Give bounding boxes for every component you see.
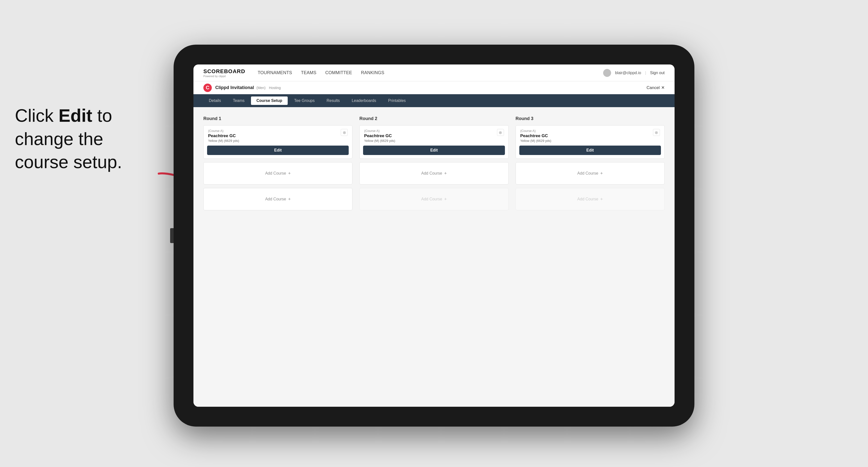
round-1-course-details: Yellow (M) (6629 yds) (208, 139, 239, 143)
logo-main-text: SCOREBOARD (204, 68, 245, 75)
round-1-add-course-label-1: Add Course + (265, 171, 291, 176)
tablet-frame: SCOREBOARD Powered by clippd TOURNAMENTS… (174, 44, 694, 427)
tab-results[interactable]: Results (321, 96, 345, 105)
round-3-course-label: (Course A) (520, 129, 551, 133)
hosting-badge: Hosting (269, 86, 281, 90)
round-1-course-label: (Course A) (208, 129, 239, 133)
tournament-gender: (Men) (256, 86, 266, 90)
add-course-plus-icon-4: + (444, 197, 447, 202)
round-2-add-course-1[interactable]: Add Course + (359, 162, 508, 185)
round-1-course-name: Peachtree GC (208, 133, 239, 138)
round-2-course-label: (Course A) (364, 129, 395, 133)
nav-rankings[interactable]: RANKINGS (361, 70, 384, 75)
sign-out-link[interactable]: Sign out (650, 71, 664, 75)
round-3-add-course-1[interactable]: Add Course + (516, 162, 664, 185)
round-1-add-course-label-2: Add Course + (265, 197, 291, 202)
nav-links: TOURNAMENTS TEAMS COMMITTEE RANKINGS (258, 70, 603, 75)
round-2-course-header: (Course A) Peachtree GC Yellow (M) (6629… (360, 125, 508, 143)
nav-separator: | (645, 71, 646, 75)
delete-icon-3: ⊗ (655, 130, 658, 135)
close-icon: ✕ (661, 85, 664, 90)
tab-course-setup[interactable]: Course Setup (251, 96, 288, 105)
delete-icon-2: ⊗ (499, 130, 502, 135)
nav-committee[interactable]: COMMITTEE (326, 70, 352, 75)
round-1-title: Round 1 (204, 116, 352, 121)
nav-tournaments[interactable]: TOURNAMENTS (258, 70, 292, 75)
round-3-course-card: (Course A) Peachtree GC Yellow (M) (6629… (516, 125, 664, 159)
round-1-delete-button[interactable]: ⊗ (341, 129, 348, 136)
add-course-plus-icon-1: + (288, 171, 291, 176)
nav-teams[interactable]: TEAMS (301, 70, 316, 75)
top-nav: SCOREBOARD Powered by clippd TOURNAMENTS… (193, 64, 675, 81)
add-course-plus-icon-5: + (600, 171, 603, 176)
round-1-course-header: (Course A) Peachtree GC Yellow (M) (6629… (204, 125, 352, 143)
add-course-plus-icon-2: + (288, 197, 291, 202)
round-2-course-name: Peachtree GC (364, 133, 395, 138)
tabs-bar: Details Teams Course Setup Tee Groups Re… (193, 94, 675, 107)
round-3-add-course-2: Add Course + (516, 188, 664, 210)
round-2-delete-button[interactable]: ⊗ (497, 129, 504, 136)
tab-details[interactable]: Details (204, 96, 226, 105)
round-1-column: Round 1 (Course A) Peachtree GC Yellow (… (204, 116, 352, 214)
sub-nav-logo: C (204, 84, 212, 92)
sub-nav: C Clippd Invitational (Men) Hosting Canc… (193, 81, 675, 94)
tablet-screen: SCOREBOARD Powered by clippd TOURNAMENTS… (193, 64, 675, 407)
cancel-button[interactable]: Cancel ✕ (647, 85, 664, 90)
round-1-add-course-2[interactable]: Add Course + (204, 188, 352, 210)
round-2-edit-button[interactable]: Edit (363, 146, 505, 155)
user-email: blair@clippd.io (615, 71, 641, 75)
tab-leaderboards[interactable]: Leaderboards (346, 96, 382, 105)
instruction-text: Click Edit tochange thecourse setup. (15, 104, 122, 174)
round-1-edit-button[interactable]: Edit (207, 146, 349, 155)
round-1-add-course-1[interactable]: Add Course + (204, 162, 352, 185)
scoreboard-logo: SCOREBOARD Powered by clippd (204, 68, 245, 77)
cancel-label: Cancel (647, 85, 660, 90)
tablet-side-button (170, 228, 174, 243)
round-3-column: Round 3 (Course A) Peachtree GC Yellow (… (516, 116, 664, 214)
round-3-add-course-label-2: Add Course + (577, 197, 603, 202)
add-course-plus-icon-3: + (444, 171, 447, 176)
nav-user: blair@clippd.io | Sign out (603, 69, 664, 77)
main-content: Round 1 (Course A) Peachtree GC Yellow (… (193, 107, 675, 407)
rounds-grid: Round 1 (Course A) Peachtree GC Yellow (… (204, 116, 664, 214)
round-2-column: Round 2 (Course A) Peachtree GC Yellow (… (359, 116, 508, 214)
instruction-bold: Edit (59, 106, 92, 125)
round-2-add-course-2: Add Course + (359, 188, 508, 210)
tournament-name: Clippd Invitational (215, 85, 254, 90)
round-3-delete-button[interactable]: ⊗ (653, 129, 660, 136)
round-3-course-name: Peachtree GC (520, 133, 551, 138)
round-3-add-course-label-1: Add Course + (577, 171, 603, 176)
tab-tee-groups[interactable]: Tee Groups (289, 96, 320, 105)
add-course-plus-icon-6: + (600, 197, 603, 202)
round-3-edit-button[interactable]: Edit (519, 146, 661, 155)
round-1-course-info: (Course A) Peachtree GC Yellow (M) (6629… (208, 129, 239, 143)
delete-icon: ⊗ (343, 130, 346, 135)
round-1-course-card: (Course A) Peachtree GC Yellow (M) (6629… (204, 125, 352, 159)
tab-teams[interactable]: Teams (227, 96, 250, 105)
logo-sub-text: Powered by clippd (204, 75, 245, 77)
round-2-course-card: (Course A) Peachtree GC Yellow (M) (6629… (359, 125, 508, 159)
round-2-course-details: Yellow (M) (6629 yds) (364, 139, 395, 143)
round-3-title: Round 3 (516, 116, 664, 121)
round-2-title: Round 2 (359, 116, 508, 121)
round-3-course-info: (Course A) Peachtree GC Yellow (M) (6629… (520, 129, 551, 143)
round-2-add-course-label-2: Add Course + (421, 197, 447, 202)
round-3-course-header: (Course A) Peachtree GC Yellow (M) (6629… (516, 125, 664, 143)
tab-printables[interactable]: Printables (383, 96, 411, 105)
round-2-add-course-label-1: Add Course + (421, 171, 447, 176)
user-avatar (603, 69, 611, 77)
round-2-course-info: (Course A) Peachtree GC Yellow (M) (6629… (364, 129, 395, 143)
round-3-course-details: Yellow (M) (6629 yds) (520, 139, 551, 143)
